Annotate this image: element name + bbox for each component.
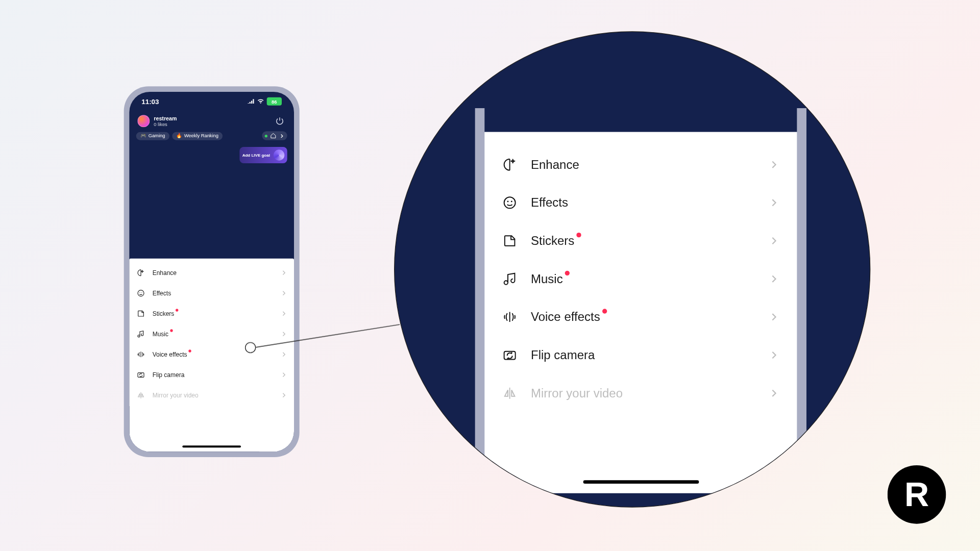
row-music[interactable]: Music bbox=[484, 260, 797, 298]
chevron-right-icon bbox=[280, 310, 287, 317]
stickers-icon bbox=[502, 233, 517, 248]
row-effects[interactable]: Effects bbox=[136, 283, 287, 304]
row-enhance[interactable]: Enhance bbox=[136, 263, 287, 283]
effects-icon bbox=[136, 289, 146, 297]
row-mirror-video[interactable]: Mirror your video bbox=[136, 385, 287, 406]
zoom-settings-sheet: Enhance Effects Stickers Music bbox=[484, 132, 797, 493]
brand-letter: R bbox=[904, 475, 929, 514]
new-dot bbox=[188, 349, 191, 352]
chevron-right-icon bbox=[279, 133, 285, 139]
mirror-icon bbox=[502, 386, 517, 400]
chevron-right-icon bbox=[280, 331, 287, 337]
row-label: Flip camera bbox=[531, 348, 595, 362]
svg-point-6 bbox=[511, 201, 512, 202]
new-dot bbox=[565, 270, 570, 275]
new-dot bbox=[576, 232, 581, 237]
status-time: 11:03 bbox=[141, 97, 159, 105]
row-label: Stickers bbox=[531, 234, 574, 248]
svg-point-4 bbox=[504, 197, 516, 208]
power-button[interactable] bbox=[274, 115, 286, 127]
new-dot bbox=[170, 329, 173, 332]
chevron-right-icon bbox=[280, 392, 287, 398]
zoom-lens: Enhance Effects Stickers Music bbox=[394, 31, 870, 507]
chip-weekly-ranking[interactable]: 🔥 Weekly Ranking bbox=[172, 132, 223, 140]
row-flip-camera[interactable]: Flip camera bbox=[484, 336, 797, 374]
row-label: Mirror your video bbox=[531, 386, 623, 400]
camera-preview bbox=[129, 163, 294, 259]
enhance-icon bbox=[502, 157, 517, 172]
chevron-right-icon bbox=[768, 159, 779, 170]
row-label: Stickers bbox=[153, 310, 175, 317]
row-label: Effects bbox=[531, 195, 568, 210]
status-indicators: 86 bbox=[248, 97, 282, 106]
controller-icon: 🎮 bbox=[140, 133, 146, 139]
svg-point-5 bbox=[507, 201, 509, 202]
settings-sheet: Enhance Effects Stickers Music bbox=[129, 259, 294, 452]
cellular-icon bbox=[248, 98, 254, 104]
add-live-goal-card[interactable]: Add LIVE goal bbox=[239, 147, 287, 163]
chevron-right-icon bbox=[280, 269, 287, 276]
home-indicator bbox=[182, 445, 241, 447]
dot-icon bbox=[265, 134, 267, 137]
new-dot bbox=[176, 309, 178, 311]
row-label: Enhance bbox=[153, 269, 177, 276]
brand-badge: R bbox=[888, 465, 946, 524]
row-label: Voice effects bbox=[153, 351, 187, 358]
svg-point-2 bbox=[141, 292, 142, 293]
row-stickers[interactable]: Stickers bbox=[484, 222, 797, 260]
live-header: restream 0 likes bbox=[129, 111, 294, 129]
avatar bbox=[137, 115, 150, 127]
row-label: Effects bbox=[153, 290, 171, 296]
row-label: Mirror your video bbox=[153, 392, 199, 398]
zoom-connector-dot bbox=[245, 342, 256, 353]
chevron-right-icon bbox=[768, 388, 779, 398]
goal-graphic bbox=[274, 149, 284, 160]
flip-camera-icon bbox=[502, 347, 517, 362]
phone-screen: 11:03 86 restream 0 likes bbox=[129, 92, 294, 452]
chips-row: 🎮 Gaming 🔥 Weekly Ranking bbox=[129, 129, 294, 143]
chevron-right-icon bbox=[280, 351, 287, 358]
phone-mockup: 11:03 86 restream 0 likes bbox=[124, 86, 300, 457]
chevron-right-icon bbox=[768, 235, 779, 246]
home-icon bbox=[270, 133, 276, 139]
chevron-right-icon bbox=[280, 371, 287, 378]
music-icon bbox=[502, 271, 517, 286]
row-effects[interactable]: Effects bbox=[484, 184, 797, 222]
row-label: Enhance bbox=[531, 158, 579, 172]
chevron-right-icon bbox=[768, 273, 779, 284]
row-voice-effects[interactable]: Voice effects bbox=[484, 298, 797, 336]
row-label: Music bbox=[153, 331, 168, 337]
row-stickers[interactable]: Stickers bbox=[136, 304, 287, 324]
row-music[interactable]: Music bbox=[136, 324, 287, 344]
goal-label: Add LIVE goal bbox=[242, 153, 270, 158]
row-label: Voice effects bbox=[531, 310, 600, 324]
row-flip-camera[interactable]: Flip camera bbox=[136, 365, 287, 385]
stickers-icon bbox=[136, 310, 146, 318]
mirror-icon bbox=[136, 391, 146, 399]
zoom-phone-body: Enhance Effects Stickers Music bbox=[475, 108, 806, 492]
zoom-camera-strip bbox=[484, 108, 797, 132]
wifi-icon bbox=[257, 98, 264, 104]
live-user[interactable]: restream 0 likes bbox=[137, 115, 177, 127]
home-indicator bbox=[583, 480, 699, 484]
row-voice-effects[interactable]: Voice effects bbox=[136, 344, 287, 365]
username: restream bbox=[154, 116, 177, 121]
chevron-right-icon bbox=[768, 197, 779, 208]
chip-gaming[interactable]: 🎮 Gaming bbox=[136, 132, 169, 140]
row-enhance[interactable]: Enhance bbox=[484, 145, 797, 184]
chip-nav[interactable] bbox=[262, 131, 287, 140]
svg-point-1 bbox=[139, 292, 140, 293]
flip-camera-icon bbox=[136, 371, 146, 379]
chevron-right-icon bbox=[768, 349, 779, 360]
music-icon bbox=[136, 330, 146, 338]
battery-icon: 86 bbox=[267, 97, 282, 106]
svg-point-0 bbox=[138, 290, 144, 296]
row-label: Music bbox=[531, 272, 563, 286]
effects-icon bbox=[502, 195, 517, 210]
voice-icon bbox=[136, 350, 146, 359]
enhance-icon bbox=[136, 269, 146, 277]
new-dot bbox=[602, 309, 607, 313]
status-bar: 11:03 86 bbox=[129, 92, 294, 111]
row-mirror-video[interactable]: Mirror your video bbox=[484, 374, 797, 412]
voice-icon bbox=[502, 310, 517, 324]
